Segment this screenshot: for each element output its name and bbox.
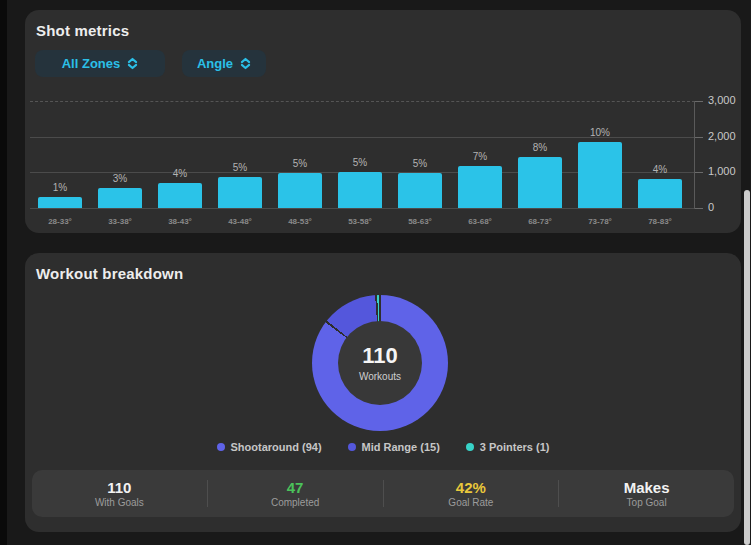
bar-53-58° <box>338 172 382 208</box>
legend-item-mid-range: Mid Range (15) <box>348 441 440 453</box>
legend-dot <box>466 443 474 451</box>
x-axis-label: 58-63° <box>390 217 450 226</box>
stat-value: 42% <box>456 480 486 495</box>
bar-group-28-33°: 1% <box>38 101 82 208</box>
bar-group-53-58°: 5% <box>338 101 382 208</box>
workout-total-value: 110 <box>362 344 398 368</box>
bar-78-83° <box>638 179 682 208</box>
angle-dropdown[interactable]: Angle <box>182 50 266 77</box>
stat-label: Top Goal <box>627 497 667 508</box>
bar-group-58-63°: 5% <box>398 101 442 208</box>
legend-item-shootaround: Shootaround (94) <box>217 441 322 453</box>
bar-48-53° <box>278 173 322 208</box>
bar-chart: 1%28-33°3%33-38°4%38-43°5%43-48°5%48-53°… <box>30 101 695 208</box>
bar-value-label: 1% <box>30 182 90 193</box>
stat-completed: 47Completed <box>208 470 383 517</box>
bar-33-38° <box>98 188 142 208</box>
bar-value-label: 5% <box>390 158 450 169</box>
window-edge <box>0 0 7 545</box>
bar-group-73-78°: 10% <box>578 101 622 208</box>
y-tick-label: 1,000 <box>708 165 736 177</box>
x-axis-label: 28-33° <box>30 217 90 226</box>
bar-63-68° <box>458 166 502 208</box>
x-axis-label: 38-43° <box>150 217 210 226</box>
stat-label: With Goals <box>95 497 144 508</box>
legend-label: Shootaround (94) <box>231 441 322 453</box>
sort-updown-icon <box>240 57 251 70</box>
bar-group-33-38°: 3% <box>98 101 142 208</box>
bar-value-label: 4% <box>150 168 210 179</box>
bar-value-label: 5% <box>330 157 390 168</box>
x-axis-label: 33-38° <box>90 217 150 226</box>
bar-group-48-53°: 5% <box>278 101 322 208</box>
stat-value: Makes <box>624 480 670 495</box>
y-tick-mark <box>695 208 703 209</box>
bar-group-38-43°: 4% <box>158 101 202 208</box>
bar-value-label: 8% <box>510 142 570 153</box>
y-tick-label: 2,000 <box>708 130 736 142</box>
stat-top-goal: MakesTop Goal <box>559 470 734 517</box>
sort-updown-icon <box>127 57 138 70</box>
bar-value-label: 5% <box>210 162 270 173</box>
bar-value-label: 5% <box>270 158 330 169</box>
bar-38-43° <box>158 183 202 208</box>
chart-legend: Shootaround (94)Mid Range (15)3 Pointers… <box>25 441 741 453</box>
workout-breakdown-card: Workout breakdown 110 Workouts Shootarou… <box>25 253 741 532</box>
filter-row: All Zones Angle <box>35 50 266 77</box>
donut-center: 110 Workouts <box>338 321 422 405</box>
donut-chart: 110 Workouts <box>312 295 448 431</box>
bar-value-label: 4% <box>630 164 690 175</box>
bar-value-label: 10% <box>570 127 630 138</box>
y-tick-label: 0 <box>708 201 714 213</box>
y-tick-mark <box>695 137 703 138</box>
bar-group-78-83°: 4% <box>638 101 682 208</box>
bar-value-label: 3% <box>90 173 150 184</box>
y-tick-mark <box>695 172 703 173</box>
stat-with-goals: 110With Goals <box>32 470 207 517</box>
x-axis-label: 53-58° <box>330 217 390 226</box>
bar-group-43-48°: 5% <box>218 101 262 208</box>
scrollbar-thumb[interactable] <box>744 190 750 545</box>
bar-73-78° <box>578 142 622 208</box>
y-tick-label: 3,000 <box>708 94 736 106</box>
bar-value-label: 7% <box>450 151 510 162</box>
bar-68-73° <box>518 157 562 208</box>
shot-metrics-title: Shot metrics <box>36 22 129 39</box>
bar-group-63-68°: 7% <box>458 101 502 208</box>
y-tick-mark <box>695 101 703 102</box>
legend-label: Mid Range (15) <box>362 441 440 453</box>
x-axis-label: 43-48° <box>210 217 270 226</box>
legend-dot <box>348 443 356 451</box>
shot-metrics-card: Shot metrics All Zones Angle 1%28-33°3%3… <box>25 10 741 233</box>
stats-bar: 110With Goals47Completed42%Goal RateMake… <box>32 470 734 517</box>
legend-label: 3 Pointers (1) <box>480 441 550 453</box>
gridline-0 <box>30 208 695 209</box>
angle-dropdown-label: Angle <box>197 56 233 71</box>
bar-43-48° <box>218 177 262 208</box>
x-axis-label: 63-68° <box>450 217 510 226</box>
stat-label: Completed <box>271 497 319 508</box>
bar-28-33° <box>38 197 82 208</box>
legend-dot <box>217 443 225 451</box>
x-axis-label: 73-78° <box>570 217 630 226</box>
dashboard: Shot metrics All Zones Angle 1%28-33°3%3… <box>0 0 751 545</box>
legend-item-3-pointers: 3 Pointers (1) <box>466 441 550 453</box>
stat-value: 110 <box>107 480 131 495</box>
all-zones-dropdown[interactable]: All Zones <box>35 50 165 77</box>
workout-breakdown-title: Workout breakdown <box>36 265 183 282</box>
all-zones-dropdown-label: All Zones <box>62 56 121 71</box>
stat-label: Goal Rate <box>448 497 493 508</box>
bar-group-68-73°: 8% <box>518 101 562 208</box>
x-axis-label: 68-73° <box>510 217 570 226</box>
stat-goal-rate: 42%Goal Rate <box>384 470 559 517</box>
stat-value: 47 <box>287 480 304 495</box>
workout-total-label: Workouts <box>359 371 401 382</box>
y-axis-line <box>694 101 695 209</box>
x-axis-label: 78-83° <box>630 217 690 226</box>
bar-58-63° <box>398 173 442 208</box>
x-axis-label: 48-53° <box>270 217 330 226</box>
